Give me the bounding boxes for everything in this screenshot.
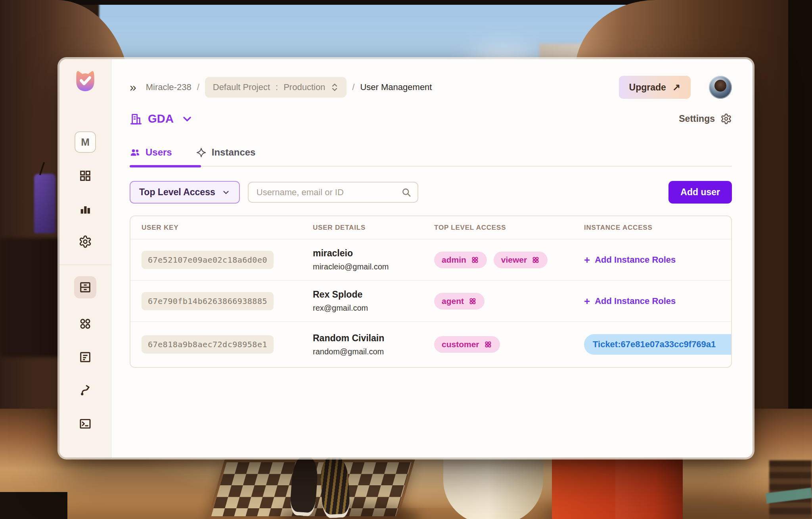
four-circles-icon xyxy=(79,317,92,331)
role-badge-viewer[interactable]: viewer xyxy=(494,252,548,268)
users-icon xyxy=(130,147,140,158)
search-wrap xyxy=(248,182,418,203)
org-row: GDA Settings xyxy=(130,112,732,125)
sidebar-item-workflows[interactable] xyxy=(74,379,96,402)
sidebar-item-user-management-active[interactable] xyxy=(74,276,96,298)
role-badge-admin[interactable]: admin xyxy=(434,252,487,268)
tab-instances[interactable]: Instances xyxy=(196,147,256,158)
search-input[interactable] xyxy=(248,182,418,203)
environment-selector[interactable]: Default Project : Production xyxy=(205,77,347,98)
table-row: 67e52107e09ae02c18a6d0e0 miracleio mirac… xyxy=(130,239,731,281)
role-circles-icon xyxy=(471,256,479,264)
table-row: 67e790fb14b6263866938885 Rex Splode rex@… xyxy=(130,281,731,322)
chevron-down-icon xyxy=(222,188,230,197)
org-name: GDA xyxy=(148,112,174,125)
role-label: viewer xyxy=(501,255,527,265)
col-instance-access: INSTANCE ACCESS xyxy=(573,224,731,232)
sidebar-item-analytics[interactable] xyxy=(74,198,96,220)
col-user-details: USER DETAILS xyxy=(302,224,423,232)
user-name: Rex Splode xyxy=(313,289,423,300)
gear-icon xyxy=(79,235,92,248)
role-circles-icon xyxy=(468,297,477,306)
chevron-up-down-icon xyxy=(331,83,339,92)
breadcrumb-project[interactable]: Miracle-238 xyxy=(146,82,192,92)
sidebar-item-docs[interactable] xyxy=(74,346,96,368)
table-row: 67e818a9b8aec72dc98958e1 Random Civilain… xyxy=(130,322,731,367)
role-circles-icon xyxy=(484,340,492,349)
breadcrumb-default-project: Default Project xyxy=(213,82,270,92)
tab-instances-label: Instances xyxy=(212,147,256,158)
background-shelf xyxy=(0,238,63,357)
user-key[interactable]: 67e818a9b8aec72dc98958e1 xyxy=(142,335,274,354)
app-logo-cat-icon[interactable] xyxy=(72,68,98,92)
settings-link[interactable]: Settings xyxy=(679,113,732,125)
sidebar-item-components[interactable] xyxy=(74,313,96,335)
sidebar-divider xyxy=(59,265,111,265)
tab-users[interactable]: Users xyxy=(130,147,172,158)
user-name: Random Civilain xyxy=(313,333,423,344)
settings-label: Settings xyxy=(679,113,715,124)
sidebar-item-terminal[interactable] xyxy=(74,413,96,435)
chevron-down-icon xyxy=(181,113,193,125)
ticket-badge[interactable]: Ticket:67e81e07a33cc9f769a1 xyxy=(584,334,732,355)
sparkle-icon xyxy=(196,147,207,158)
app-window: M xyxy=(59,59,753,457)
arrow-up-right-icon: ↗ xyxy=(672,82,680,93)
breadcrumb-colon: : xyxy=(276,82,278,92)
route-arrow-icon xyxy=(79,384,92,397)
user-email: miracleio@gmail.com xyxy=(313,262,423,271)
upgrade-button[interactable]: Upgrade ↗ xyxy=(619,76,691,99)
table-header: USER KEY USER DETAILS TOP LEVEL ACCESS I… xyxy=(130,216,731,239)
col-user-key: USER KEY xyxy=(130,224,302,232)
sidebar-item-settings[interactable] xyxy=(74,231,96,253)
archive-drawers-icon xyxy=(79,281,92,294)
sidebar-workspace-avatar[interactable]: M xyxy=(75,131,96,153)
role-badge-agent[interactable]: agent xyxy=(434,293,485,309)
breadcrumb-page-title: User Management xyxy=(360,82,432,92)
user-key[interactable]: 67e52107e09ae02c18a6d0e0 xyxy=(142,251,274,269)
breadcrumb-environment: Production xyxy=(283,82,325,92)
bar-chart-icon xyxy=(79,202,92,216)
user-name: miracleio xyxy=(313,248,423,259)
tab-bar: Users Instances xyxy=(130,147,732,167)
col-top-level-access: TOP LEVEL ACCESS xyxy=(423,224,573,232)
background-purple-candle xyxy=(34,174,56,233)
breadcrumb: » Miracle-238 / Default Project : Produc… xyxy=(130,76,732,99)
grid-icon xyxy=(79,169,92,183)
role-circles-icon xyxy=(531,256,540,264)
org-switcher[interactable]: GDA xyxy=(130,112,193,125)
toolbar: Top Level Access Add user xyxy=(130,181,732,204)
role-badge-customer[interactable]: customer xyxy=(434,336,500,353)
main-panel: » Miracle-238 / Default Project : Produc… xyxy=(111,59,753,457)
role-label: customer xyxy=(442,340,479,349)
top-level-access-filter[interactable]: Top Level Access xyxy=(130,181,240,204)
tab-users-label: Users xyxy=(146,147,172,158)
add-instance-roles-label: Add Instance Roles xyxy=(595,255,676,265)
filter-label: Top Level Access xyxy=(139,187,215,198)
user-key[interactable]: 67e790fb14b6263866938885 xyxy=(142,292,274,310)
breadcrumb-separator: / xyxy=(352,82,354,92)
active-tab-indicator xyxy=(130,165,201,167)
breadcrumb-separator: / xyxy=(197,82,199,92)
background-red-cylinder xyxy=(615,456,683,519)
role-label: admin xyxy=(442,255,466,265)
add-instance-roles-button[interactable]: + Add Instance Roles xyxy=(584,255,676,265)
user-email: rex@gmail.com xyxy=(313,304,423,313)
gear-icon xyxy=(720,113,732,125)
upgrade-label: Upgrade xyxy=(629,82,666,93)
user-email: random@gmail.com xyxy=(313,347,423,356)
add-instance-roles-button[interactable]: + Add Instance Roles xyxy=(584,296,676,306)
search-icon xyxy=(401,187,412,198)
user-avatar[interactable] xyxy=(709,76,732,99)
building-icon xyxy=(130,113,142,125)
background-mug xyxy=(443,456,543,519)
users-table: USER KEY USER DETAILS TOP LEVEL ACCESS I… xyxy=(130,215,732,368)
collapse-sidebar-icon[interactable]: » xyxy=(130,81,136,93)
document-list-icon xyxy=(79,350,92,364)
plus-icon: + xyxy=(584,255,590,265)
terminal-icon xyxy=(79,417,92,431)
plus-icon: + xyxy=(584,296,590,306)
add-user-button[interactable]: Add user xyxy=(668,181,732,204)
sidebar-item-dashboard[interactable] xyxy=(74,165,96,187)
background-dark-object xyxy=(0,492,67,519)
